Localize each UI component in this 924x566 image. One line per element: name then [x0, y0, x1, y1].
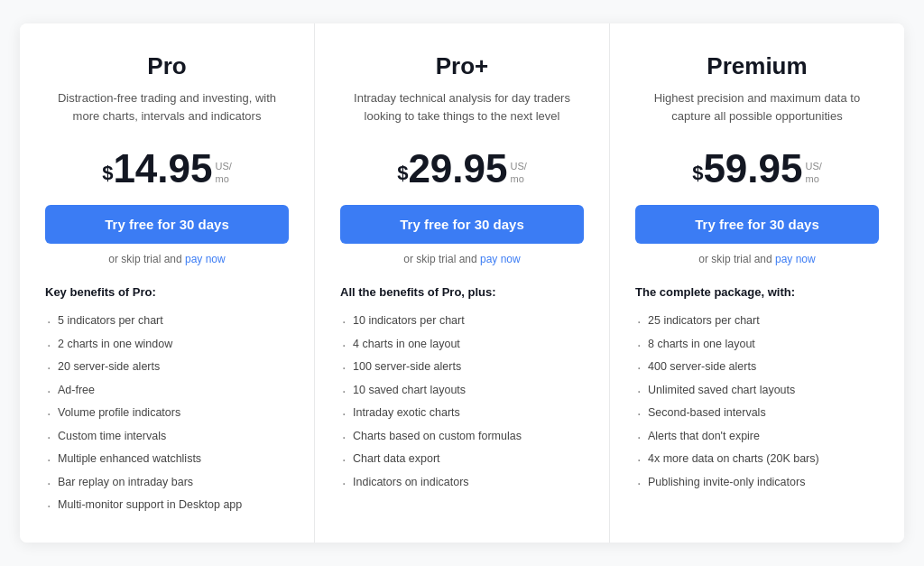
price-dollar-pro: $: [102, 162, 113, 185]
plan-desc-pro-plus: Intraday technical analysis for day trad…: [340, 89, 584, 133]
benefits-list-pro-plus: 10 indicators per chart4 charts in one l…: [340, 310, 584, 494]
benefit-item: Intraday exotic charts: [340, 402, 584, 425]
skip-trial-pro-plus: or skip trial and pay now: [340, 253, 584, 265]
benefits-list-premium: 25 indicators per chart8 charts in one l…: [635, 310, 879, 494]
plan-name-pro-plus: Pro+: [340, 52, 584, 80]
price-amount-pro: 14.95: [113, 149, 212, 189]
benefit-item: Bar replay on intraday bars: [45, 471, 289, 495]
benefit-item: 25 indicators per chart: [635, 310, 879, 333]
price-row-pro-plus: $ 29.95 US/mo: [340, 149, 584, 189]
try-btn-pro-plus[interactable]: Try free for 30 days: [340, 205, 584, 244]
price-unit-pro-plus: US/mo: [511, 160, 527, 186]
plan-desc-pro: Distraction-free trading and investing, …: [45, 89, 289, 133]
price-unit-pro: US/mo: [216, 160, 232, 186]
skip-text-premium: or skip trial and: [698, 253, 775, 265]
benefit-item: Multi-monitor support in Desktop app: [45, 494, 289, 517]
benefits-list-pro: 5 indicators per chart2 charts in one wi…: [45, 310, 289, 517]
benefit-item: Multiple enhanced watchlists: [45, 448, 289, 471]
benefit-item: 5 indicators per chart: [45, 310, 289, 333]
benefit-item: 10 saved chart layouts: [340, 379, 584, 403]
plan-card-pro-plus: Pro+ Intraday technical analysis for day…: [315, 23, 610, 543]
benefit-item: Chart data export: [340, 448, 584, 471]
benefits-title-pro: Key benefits of Pro:: [45, 285, 289, 299]
plan-card-premium: Premium Highest precision and maximum da…: [610, 23, 904, 543]
try-btn-premium[interactable]: Try free for 30 days: [635, 205, 879, 244]
try-btn-pro[interactable]: Try free for 30 days: [45, 205, 289, 244]
pay-now-link-pro-plus[interactable]: pay now: [480, 253, 521, 265]
price-amount-premium: 59.95: [703, 149, 802, 189]
pay-now-link-pro[interactable]: pay now: [185, 253, 226, 265]
price-unit-premium: US/mo: [806, 160, 822, 186]
pay-now-link-premium[interactable]: pay now: [775, 253, 816, 265]
price-dollar-premium: $: [692, 162, 703, 185]
benefit-item: 2 charts in one window: [45, 333, 289, 357]
plan-name-premium: Premium: [635, 52, 879, 80]
benefit-item: 400 server-side alerts: [635, 356, 879, 379]
benefit-item: Indicators on indicators: [340, 471, 584, 495]
benefit-item: 100 server-side alerts: [340, 356, 584, 379]
benefits-title-premium: The complete package, with:: [635, 285, 879, 299]
price-dollar-pro-plus: $: [397, 162, 408, 185]
benefit-item: 20 server-side alerts: [45, 356, 289, 379]
benefit-item: Second-based intervals: [635, 402, 879, 425]
benefit-item: 4x more data on charts (20K bars): [635, 448, 879, 471]
skip-trial-premium: or skip trial and pay now: [635, 253, 879, 265]
benefit-item: Publishing invite-only indicators: [635, 471, 879, 495]
plan-desc-premium: Highest precision and maximum data to ca…: [635, 89, 879, 133]
benefit-item: 10 indicators per chart: [340, 310, 584, 333]
price-amount-pro-plus: 29.95: [408, 149, 507, 189]
benefit-item: Volume profile indicators: [45, 402, 289, 425]
pricing-container: Pro Distraction-free trading and investi…: [20, 23, 904, 543]
price-row-pro: $ 14.95 US/mo: [45, 149, 289, 189]
plan-name-pro: Pro: [45, 52, 289, 80]
benefit-item: Alerts that don't expire: [635, 425, 879, 449]
skip-trial-pro: or skip trial and pay now: [45, 253, 289, 265]
benefit-item: 8 charts in one layout: [635, 333, 879, 357]
benefit-item: Ad-free: [45, 379, 289, 403]
skip-text-pro: or skip trial and: [108, 253, 185, 265]
price-row-premium: $ 59.95 US/mo: [635, 149, 879, 189]
benefit-item: Custom time intervals: [45, 425, 289, 449]
skip-text-pro-plus: or skip trial and: [403, 253, 480, 265]
benefit-item: Unlimited saved chart layouts: [635, 379, 879, 403]
benefit-item: 4 charts in one layout: [340, 333, 584, 357]
benefits-title-pro-plus: All the benefits of Pro, plus:: [340, 285, 584, 299]
plan-card-pro: Pro Distraction-free trading and investi…: [20, 23, 315, 543]
benefit-item: Charts based on custom formulas: [340, 425, 584, 449]
